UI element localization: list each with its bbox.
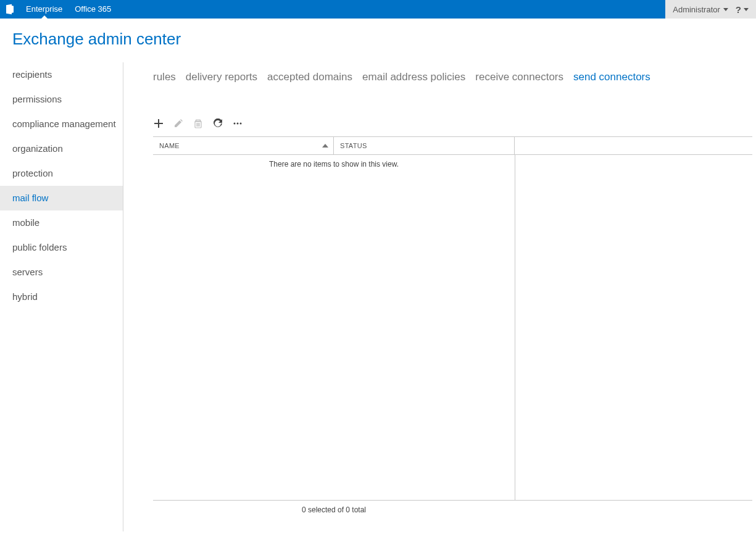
column-header-status[interactable]: STATUS [334,137,515,154]
sort-ascending-icon [322,144,328,148]
sidebar-item-permissions[interactable]: permissions [0,87,123,112]
help-menu[interactable]: ? [736,4,749,15]
user-name-label: Administrator [673,5,720,14]
sidebar-item-protection[interactable]: protection [0,161,123,186]
tab-delivery-reports[interactable]: delivery reports [186,71,257,83]
tab-receive-connectors[interactable]: receive connectors [475,71,563,83]
toolbar [153,118,756,129]
sidebar-item-public-folders[interactable]: public folders [0,235,123,260]
edit-button[interactable] [173,118,184,129]
top-bar: EnterpriseOffice 365 Administrator ? [0,0,756,19]
page-title: Exchange admin center [0,19,756,62]
tab-email-address-policies[interactable]: email address policies [362,71,465,83]
sidebar-item-mail-flow[interactable]: mail flow [0,186,123,210]
tab-rules[interactable]: rules [153,71,176,83]
help-icon: ? [736,4,741,15]
caret-down-icon [723,8,728,11]
main-content: rulesdelivery reportsaccepted domainsema… [123,62,756,519]
sidebar-item-organization[interactable]: organization [0,136,123,161]
svg-point-2 [240,123,242,125]
sidebar-item-servers[interactable]: servers [0,260,123,285]
column-header-name-label: NAME [159,142,180,149]
sidebar-item-compliance-management[interactable]: compliance management [0,112,123,136]
user-menu[interactable]: Administrator [673,5,728,14]
sidebar-item-hybrid[interactable]: hybrid [0,285,123,309]
top-bar-left: EnterpriseOffice 365 [0,0,117,19]
grid-empty-message: There are no items to show in this view. [153,155,515,169]
grid-body: There are no items to show in this view. [153,155,752,501]
add-button[interactable] [153,118,164,129]
data-grid: NAME STATUS There are no items to show i… [153,136,752,519]
sidebar-item-recipients[interactable]: recipients [0,62,123,87]
tab-accepted-domains[interactable]: accepted domains [267,71,352,83]
column-header-status-label: STATUS [340,142,367,149]
office-logo-icon[interactable] [0,4,20,15]
grid-header: NAME STATUS [153,136,752,155]
topbar-tab-enterprise[interactable]: Enterprise [20,0,69,19]
tab-send-connectors[interactable]: send connectors [573,71,650,83]
caret-down-icon [744,8,749,11]
refresh-button[interactable] [212,118,223,129]
delete-button[interactable] [193,118,204,129]
sidebar: recipientspermissionscompliance manageme… [0,62,123,531]
sidebar-item-mobile[interactable]: mobile [0,210,123,235]
svg-point-0 [234,123,236,125]
more-button[interactable] [232,118,243,129]
svg-point-1 [237,123,239,125]
column-header-name[interactable]: NAME [153,137,334,154]
grid-footer: 0 selected of 0 total [153,501,515,519]
tab-row: rulesdelivery reportsaccepted domainsema… [153,62,756,83]
top-bar-right: Administrator ? [665,0,756,19]
topbar-tab-office-365[interactable]: Office 365 [69,0,117,19]
